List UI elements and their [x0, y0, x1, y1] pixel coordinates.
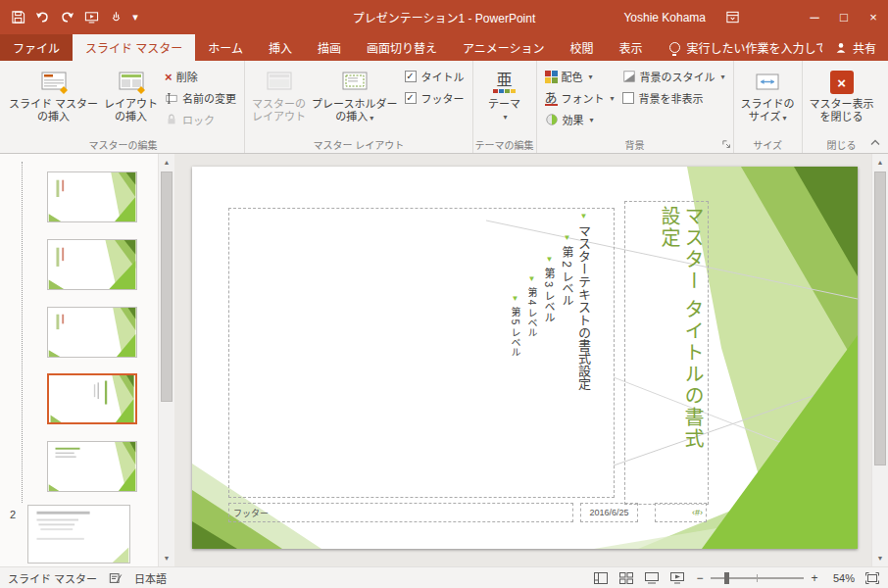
layout-thumbnail-4-selected[interactable]	[47, 373, 137, 424]
collapse-ribbon-button[interactable]	[870, 134, 880, 149]
zoom-percentage[interactable]: 54%	[825, 572, 859, 584]
tab-file[interactable]: ファイル	[0, 34, 73, 61]
rename-label: 名前の変更	[182, 90, 236, 106]
redo-button[interactable]	[55, 6, 78, 29]
language-button[interactable]: 日本語	[126, 570, 174, 586]
maximize-icon: □	[840, 10, 848, 24]
insert-placeholder-button[interactable]: プレースホルダー の挿入▾	[309, 64, 400, 136]
editor-scrollbar[interactable]: ▲ ▼	[871, 154, 888, 566]
scroll-down-button[interactable]: ▼	[159, 550, 174, 566]
zoom-slider-handle[interactable]	[724, 572, 729, 584]
title-checkbox[interactable]: ✓ タイトル	[401, 66, 469, 87]
thumbnail-scrollbar[interactable]: ▲ ▼	[158, 154, 174, 566]
background-styles-label: 背景のスタイル	[640, 69, 715, 84]
fonts-label: フォント	[562, 90, 605, 106]
effects-button[interactable]: 効果 ▾	[541, 109, 618, 130]
slideshow-view-button[interactable]	[666, 568, 689, 588]
colors-icon	[545, 71, 558, 83]
title-placeholder[interactable]: マスター タイトルの書式設定	[624, 201, 709, 505]
zoom-slider[interactable]	[711, 568, 804, 588]
spell-check-button[interactable]	[105, 571, 126, 585]
ribbon-display-options-button[interactable]	[715, 0, 749, 34]
scrollbar-thumb[interactable]	[874, 172, 886, 466]
reading-view-button[interactable]	[640, 568, 664, 588]
group-label-edit-theme: テーマの編集	[473, 137, 536, 152]
zoom-out-button[interactable]: −	[691, 568, 709, 588]
footer-placeholder[interactable]: フッター	[228, 503, 573, 522]
share-label: 共有	[853, 39, 876, 56]
slide-canvas[interactable]: ▼マスターテキストの書式設定 ▼第 2 レベル ▼第 3 レベル ▼第 4 レベ…	[192, 167, 858, 549]
insert-slide-master-button[interactable]: スライド マスター の挿入	[6, 64, 101, 136]
layout-thumbnail-2[interactable]	[47, 239, 137, 290]
tab-review[interactable]: 校閲	[558, 34, 607, 61]
slide-editor: ▼マスターテキストの書式設定 ▼第 2 レベル ▼第 3 レベル ▼第 4 レベ…	[174, 154, 888, 566]
slide-number-text: ‹#›	[692, 508, 703, 517]
scroll-up-button[interactable]: ▲	[872, 154, 888, 171]
window-title: プレゼンテーション1 - PowerPoint	[353, 0, 535, 34]
minimize-button[interactable]: ─	[800, 0, 829, 34]
lightbulb-icon	[669, 42, 680, 53]
maximize-button[interactable]: □	[829, 0, 859, 34]
layout-thumbnail-3[interactable]	[47, 307, 137, 358]
start-slideshow-button[interactable]	[79, 6, 103, 29]
main-area: 2 ▲ ▼	[0, 154, 888, 566]
delete-button[interactable]: × 削除	[161, 66, 240, 87]
checkbox-checked-icon: ✓	[405, 71, 417, 82]
body-placeholder[interactable]: ▼マスターテキストの書式設定 ▼第 2 レベル ▼第 3 レベル ▼第 4 レベ…	[228, 208, 615, 498]
footer-checkbox[interactable]: ✓ フッター	[401, 87, 469, 109]
save-button[interactable]	[6, 6, 29, 29]
close-master-view-button[interactable]: × マスター表示 を閉じる	[807, 64, 877, 136]
normal-view-button[interactable]	[589, 568, 613, 588]
bullet-icon: ▼	[563, 233, 571, 242]
scroll-down-icon: ▼	[164, 555, 171, 562]
undo-button[interactable]	[30, 6, 54, 29]
powerpoint-window: ▾ プレゼンテーション1 - PowerPoint Yoshie Kohama …	[0, 0, 888, 588]
group-label-edit-master: マスターの編集	[2, 137, 244, 152]
master-thumbnail-2[interactable]	[27, 505, 130, 564]
date-placeholder[interactable]: 2016/6/25	[580, 503, 638, 522]
thumbnail-panel: 2 ▲ ▼	[0, 154, 174, 566]
hide-background-label: 背景を非表示	[639, 90, 704, 106]
effects-label: 効果	[563, 112, 584, 127]
minimize-icon: ─	[810, 10, 818, 24]
slide-sorter-view-button[interactable]	[615, 568, 638, 588]
scroll-up-button[interactable]: ▲	[159, 154, 174, 171]
zoom-in-button[interactable]: +	[806, 568, 823, 588]
background-left-column: 配色 ▾ あ フォント ▾ 効果 ▾	[541, 64, 618, 130]
slide-number-placeholder[interactable]: ‹#›	[655, 503, 707, 522]
tab-transitions[interactable]: 画面切り替え	[354, 34, 450, 61]
insert-layout-button[interactable]: レイアウト の挿入	[101, 64, 161, 136]
qat-customize-button[interactable]: ▾	[128, 6, 142, 29]
tab-draw[interactable]: 描画	[305, 34, 354, 61]
scrollbar-thumb[interactable]	[161, 172, 173, 402]
rename-button[interactable]: 名前の変更	[161, 87, 240, 109]
layout-thumbnail-5[interactable]	[47, 441, 137, 492]
slide-size-button[interactable]: スライドの サイズ▾	[738, 64, 798, 136]
hide-background-checkbox[interactable]: 背景を非表示	[618, 87, 729, 109]
rename-icon	[165, 91, 178, 105]
tab-insert[interactable]: 挿入	[256, 34, 305, 61]
insert-layout-label: レイアウト	[104, 98, 158, 111]
status-bar-right: − + 54%	[589, 568, 884, 588]
tab-animations[interactable]: アニメーション	[450, 34, 558, 61]
fonts-button[interactable]: あ フォント ▾	[541, 87, 618, 109]
body-level-3: 第 3 レベル	[543, 268, 555, 322]
layout-thumbnail-1[interactable]	[47, 172, 137, 222]
scroll-down-button[interactable]: ▼	[872, 550, 888, 566]
account-name[interactable]: Yoshie Kohama	[623, 0, 706, 34]
share-button[interactable]: 共有	[822, 34, 888, 61]
background-styles-button[interactable]: 背景のスタイル ▾	[618, 66, 729, 87]
tab-view[interactable]: 表示	[607, 34, 656, 61]
colors-button[interactable]: 配色 ▾	[541, 66, 618, 87]
themes-button[interactable]: 亜 テーマ ▾	[477, 64, 532, 136]
group-master-layout: マスターの レイアウト プレースホルダー の挿入▾ ✓ タイトル ✓ フッター	[245, 61, 472, 153]
tab-home[interactable]: ホーム	[195, 34, 256, 61]
fit-slide-to-window-button[interactable]	[861, 568, 884, 588]
close-button[interactable]: ×	[859, 0, 888, 34]
tab-slide-master[interactable]: スライド マスター	[73, 34, 195, 61]
bullet-icon: ▼	[579, 212, 588, 220]
layout-hierarchy-line	[22, 162, 23, 503]
lock-icon	[165, 113, 178, 126]
preserve-button: ロック	[161, 109, 240, 130]
touch-mode-button[interactable]	[104, 6, 127, 29]
